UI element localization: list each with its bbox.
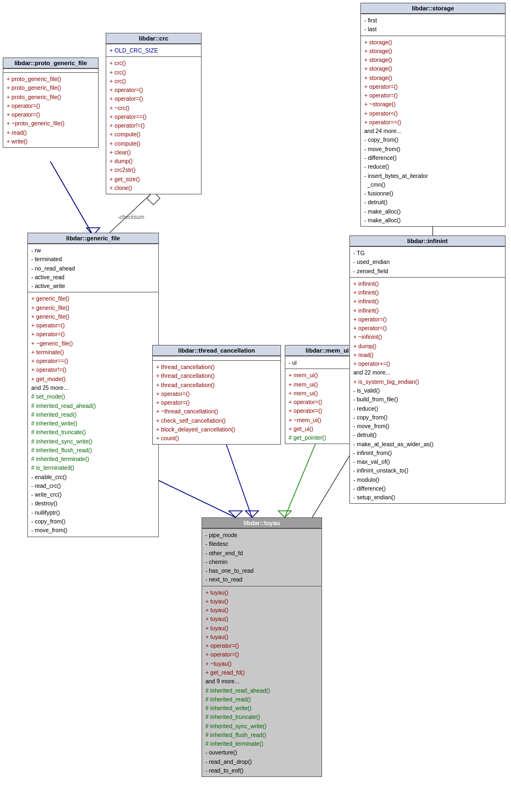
thread-cancellation-title: libdar::thread_cancellation [153, 345, 280, 356]
svg-line-0 [50, 162, 93, 235]
thread-cancellation-box: libdar::thread_cancellation + thread_can… [152, 345, 281, 445]
generic-file-attrs: - rw - terminated - no_read_ahead - acti… [28, 244, 158, 292]
tuyau-box: libdar::tuyau - pipe_mode - filedesc - o… [202, 517, 322, 777]
crc-methods: + crc() + crc() + crc() + operator=() + … [106, 56, 201, 194]
crc-attrs: + OLD_CRC_SIZE [106, 44, 201, 56]
storage-box: libdar::storage - first - last + storage… [360, 3, 506, 227]
proto-generic-file-box: libdar::proto_generic_file + proto_gener… [3, 57, 99, 148]
storage-methods: + storage() + storage() + storage() + st… [361, 36, 505, 227]
infinint-methods: + infinint() + infinint() + infinint() +… [350, 277, 505, 504]
diagram-container: -checksum -field -position libdar::proto… [0, 0, 511, 812]
tuyau-methods: + tuyau() + tuyau() + tuyau() + tuyau() … [202, 586, 321, 777]
checksum-label: -checksum [118, 214, 144, 220]
proto-generic-file-title: libdar::proto_generic_file [3, 58, 98, 68]
storage-title: libdar::storage [361, 3, 505, 14]
svg-line-2 [110, 192, 153, 233]
svg-marker-11 [278, 511, 291, 517]
thread-cancellation-empty [153, 356, 280, 360]
thread-cancellation-methods: + thread_cancellation() + thread_cancell… [153, 360, 280, 444]
proto-generic-file-methods: + proto_generic_file() + proto_generic_f… [3, 72, 98, 147]
infinint-title: libdar::infinint [350, 236, 505, 246]
generic-file-box: libdar::generic_file - rw - terminated -… [27, 233, 159, 537]
infinint-box: libdar::infinint - TG - used_endian - ze… [349, 235, 506, 504]
generic-file-methods: + generic_file() + generic_file() + gene… [28, 292, 158, 536]
infinint-attrs: - TG - used_endian - zeroed_field [350, 246, 505, 277]
tuyau-attrs: - pipe_mode - filedesc - other_end_fd - … [202, 528, 321, 586]
svg-marker-9 [245, 511, 259, 517]
crc-box: libdar::crc + OLD_CRC_SIZE + crc() + crc… [106, 33, 202, 194]
proto-generic-file-attrs [3, 68, 98, 72]
crc-title: libdar::crc [106, 33, 201, 44]
svg-marker-7 [229, 511, 242, 517]
storage-attrs: - first - last [361, 14, 505, 36]
tuyau-title: libdar::tuyau [202, 518, 321, 528]
generic-file-title: libdar::generic_file [28, 233, 158, 244]
